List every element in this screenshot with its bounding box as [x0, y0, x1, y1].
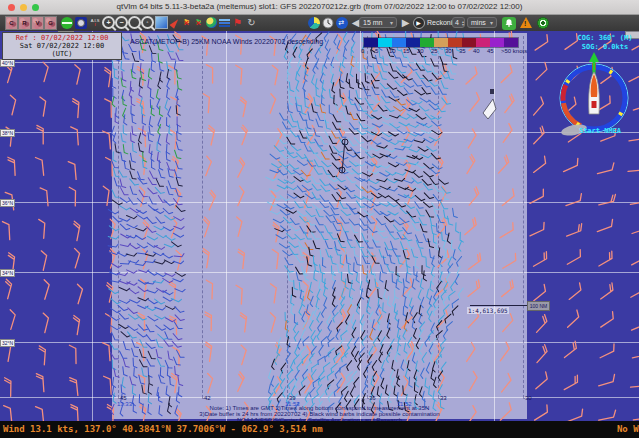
wind-barb-field — [0, 31, 639, 421]
colorbar-segment — [462, 38, 476, 47]
colorbar-tick: 20 — [417, 48, 424, 54]
chart-g-thumbnail: G — [44, 16, 57, 30]
play-animation-icon[interactable]: ▶ — [412, 16, 425, 29]
colorbar-segment — [448, 38, 462, 47]
colorbar-tick: 5 — [375, 48, 378, 54]
colorbar-segment — [476, 38, 490, 47]
chart-c-button[interactable]: C — [5, 16, 18, 29]
cog-sog-display: COG: 360° (M) SOG: 0.0kts — [574, 34, 636, 52]
chart-g-button[interactable]: G — [44, 16, 57, 29]
ref-date-line: Ref : 07/02/2022 12:00 — [3, 34, 121, 42]
waypoint-status: No WP — [617, 424, 639, 434]
reckoning-unit-value: mins — [471, 19, 486, 26]
target-rings-icon[interactable] — [536, 16, 549, 29]
no-go-zones-icon[interactable] — [60, 16, 73, 29]
cursor-wind-position-readout: Wind 13.1 kts, 137.0° 40.3841°N 37.7006°… — [3, 424, 323, 434]
colorbar-segment — [420, 38, 434, 47]
clock-icon[interactable] — [321, 16, 334, 29]
selection-zone-icon[interactable] — [155, 16, 168, 29]
qtvlm-window: qtVlm 64 bits 5.11-3-beta2a (meltemus) s… — [0, 0, 639, 438]
reckoning-value: 4 — [455, 19, 459, 26]
colorbar-segment — [406, 38, 420, 47]
day-night-globe-icon[interactable] — [307, 16, 320, 29]
map-canvas[interactable]: Ref : 07/02/2022 12:00 Sat 07/02/2022 12… — [0, 31, 639, 421]
colorbar-segment — [434, 38, 448, 47]
toolbar: C R V G A.I.S I + − ▫ ⚑× ⚑× — [0, 15, 639, 31]
colorbar-segment — [504, 38, 518, 47]
boat-and-route-marks — [330, 61, 500, 181]
spinner-arrows-icon[interactable]: ▴▾ — [462, 20, 464, 26]
chart-c-thumbnail: C — [5, 16, 18, 30]
sat-date-line: Sat 07/02/2022 12:00 — [3, 42, 121, 50]
colorbar-tick: 10 — [389, 48, 396, 54]
zoom-in-icon[interactable]: + — [102, 16, 115, 29]
scale-distance-label: 100 NM — [527, 301, 550, 311]
grib-layers-icon[interactable] — [218, 16, 231, 29]
ascat-longitude-label: -42 — [202, 395, 211, 401]
alarms-bell-icon[interactable] — [501, 16, 516, 30]
sog-value: SOG: 0.0kts — [574, 43, 636, 52]
compass-dial-icon[interactable] — [74, 16, 87, 29]
time-step-dropdown[interactable]: 15 mn ▾ — [359, 17, 397, 28]
chart-v-button[interactable]: V — [31, 16, 44, 29]
reference-time-box: Ref : 07/02/2022 12:00 Sat 07/02/2022 12… — [2, 32, 122, 60]
zoom-out-icon[interactable]: − — [115, 16, 128, 29]
latitude-label: 34°N — [0, 269, 15, 277]
grib-download-globe-icon[interactable] — [205, 16, 218, 29]
sync-time-icon[interactable]: ⇄ — [335, 16, 348, 29]
ais-icon[interactable]: A.I.S I — [88, 16, 102, 29]
warning-triangle-icon[interactable]: ! — [519, 16, 532, 29]
next-step-icon[interactable]: ▶ — [399, 16, 412, 29]
colorbar-segment — [490, 38, 504, 47]
latitude-label: 40°N — [0, 59, 15, 67]
wind-flag-icon[interactable]: ⚑ — [231, 16, 244, 29]
zoom-area-icon[interactable] — [128, 16, 141, 29]
cog-value: COG: 360° (M) — [574, 34, 636, 43]
colorbar-tick: 15 — [403, 48, 410, 54]
start-nmea-button[interactable]: Start NMEA — [572, 127, 628, 135]
reckoning-unit-dropdown[interactable]: mins ▾ — [467, 17, 497, 28]
colorbar-tick: 45 — [487, 48, 494, 54]
refresh-icon[interactable]: ↻ — [245, 16, 258, 29]
title-bar: qtVlm 64 bits 5.11-3-beta2a (meltemus) s… — [0, 0, 639, 15]
timezone-line: (UTC) — [3, 50, 121, 58]
scale-ratio-label: 1:4,613,695 — [467, 307, 509, 314]
time-step-value: 15 mn — [363, 19, 382, 26]
chart-r-thumbnail: R — [18, 16, 31, 30]
reckoning-spinbox[interactable]: 4 ▴▾ — [452, 17, 465, 28]
chevron-down-icon: ▾ — [390, 19, 393, 26]
chart-v-thumbnail: V — [31, 16, 44, 30]
chevron-down-icon: ▾ — [490, 19, 493, 26]
colorbar-segment — [392, 38, 406, 47]
colorbar-tick: 25 — [431, 48, 438, 54]
window-title: qtVlm 64 bits 5.11-3-beta2a (meltemus) s… — [0, 2, 639, 11]
colorbar-tick: 40 — [473, 48, 480, 54]
chart-r-button[interactable]: R — [18, 16, 31, 29]
ascat-longitude-label: -30 — [523, 395, 532, 401]
latitude-label: 32°N — [0, 339, 15, 347]
delete-barb-icon[interactable]: ⚑× — [192, 16, 205, 29]
ascat-longitude-label: -33 — [438, 395, 447, 401]
zoom-default-icon[interactable]: ▫ — [141, 16, 154, 29]
colorbar-segment — [378, 38, 392, 47]
boat-marker[interactable] — [483, 99, 496, 119]
colorbar-tick-labels: 051015202530354045>50 knots — [363, 48, 563, 55]
colorbar-tick: >50 knots — [501, 48, 527, 54]
latitude-label: 36°N — [0, 199, 15, 207]
status-bar: Wind 13.1 kts, 137.0° 40.3841°N 37.7006°… — [0, 421, 639, 438]
colorbar-segment — [364, 38, 378, 47]
ascat-title: ASCAT(METOP-B) 25KM NOAA Winds 20220702 … — [130, 38, 323, 45]
latitude-label: 38°N — [0, 129, 15, 137]
ascat-longitude-label: -36 — [367, 395, 376, 401]
wind-speed-colorbar — [363, 37, 519, 48]
colorbar-tick: 0 — [361, 48, 364, 54]
colorbar-tick: 30 — [445, 48, 452, 54]
colorbar-tick: 35 — [459, 48, 466, 54]
